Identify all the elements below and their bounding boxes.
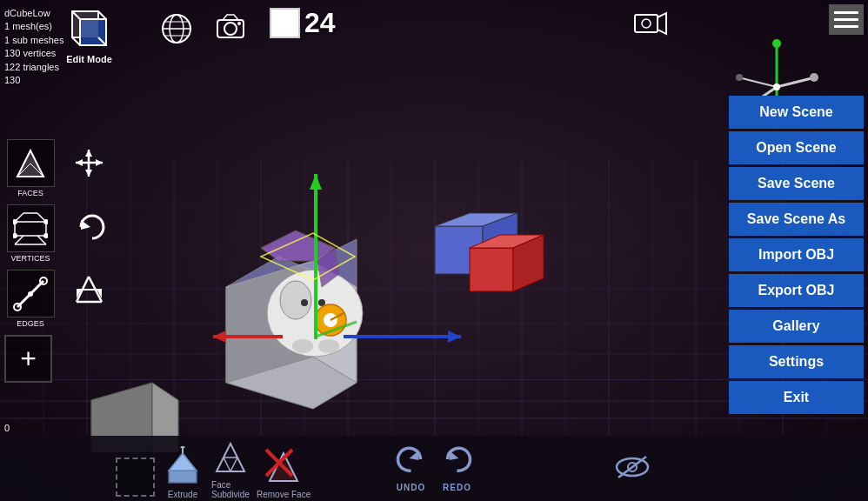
- face-subdivide-tool[interactable]: Face Subdivide: [209, 436, 252, 499]
- selection-tool[interactable]: [113, 455, 157, 499]
- remove-face-icon: [262, 445, 305, 489]
- save-scene-as-button[interactable]: Save Scene As: [729, 203, 864, 236]
- svg-point-96: [28, 291, 33, 297]
- save-scene-button[interactable]: Save Scene: [729, 167, 864, 200]
- svg-marker-49: [213, 331, 226, 343]
- face-subdivide-icon: [209, 436, 252, 479]
- svg-marker-100: [85, 170, 92, 177]
- settings-button[interactable]: Settings: [729, 345, 864, 378]
- remove-face-tool[interactable]: Remove Face: [257, 445, 310, 499]
- svg-line-112: [777, 78, 811, 87]
- svg-line-125: [224, 458, 230, 471]
- svg-point-91: [13, 233, 17, 238]
- face-subdivide-label: Face Subdivide: [211, 480, 250, 499]
- vertices-icon: [7, 204, 55, 252]
- open-scene-button[interactable]: Open Scene: [729, 131, 864, 164]
- svg-rect-119: [169, 471, 197, 483]
- camera-icon[interactable]: [216, 13, 245, 45]
- svg-point-92: [43, 233, 48, 238]
- vertex-count: 130 vertices: [4, 47, 63, 60]
- move-tool[interactable]: [74, 148, 104, 184]
- svg-rect-75: [635, 15, 658, 32]
- selection-icon: [113, 455, 157, 498]
- visibility-toggle-button[interactable]: [614, 453, 651, 488]
- triangle-count: 122 triangles: [4, 61, 63, 74]
- edit-mode-section: Edit Mode: [65, 4, 113, 64]
- hamburger-line-2: [834, 18, 858, 21]
- scale-tool[interactable]: [74, 274, 104, 311]
- svg-line-63: [72, 37, 80, 45]
- extrude-tool[interactable]: Extrude: [161, 445, 204, 499]
- remove-face-label: Remove Face: [257, 490, 310, 499]
- extrude-label: Extrude: [168, 490, 197, 499]
- svg-marker-76: [658, 13, 666, 34]
- frame-box: [270, 8, 300, 38]
- faces-icon: [7, 139, 55, 187]
- frame-counter: 24: [270, 7, 336, 39]
- svg-marker-120: [169, 453, 197, 471]
- exit-button[interactable]: Exit: [729, 381, 864, 414]
- svg-marker-131: [450, 451, 459, 460]
- svg-marker-51: [448, 331, 461, 343]
- svg-rect-82: [15, 222, 46, 236]
- undo-icon: [395, 443, 428, 483]
- redo-button[interactable]: REDO: [441, 443, 474, 492]
- undo-button[interactable]: UNDO: [395, 443, 428, 492]
- svg-point-77: [642, 19, 651, 28]
- svg-rect-43: [470, 248, 513, 291]
- right-menu: New Scene Open Scene Save Scene Save Sce…: [729, 96, 864, 414]
- vertices-tool[interactable]: VERTICES: [4, 204, 57, 263]
- undo-redo-area: UNDO REDO: [395, 443, 474, 492]
- edit-mode-cube-icon: [65, 4, 113, 52]
- edges-tool[interactable]: EDGES: [4, 270, 57, 328]
- new-scene-button[interactable]: New Scene: [729, 96, 864, 129]
- extrude-icon: [161, 445, 204, 489]
- svg-marker-102: [96, 159, 103, 166]
- svg-marker-99: [85, 150, 92, 157]
- svg-marker-103: [81, 220, 90, 230]
- add-object-button[interactable]: +: [4, 335, 52, 383]
- svg-marker-130: [410, 451, 419, 460]
- extra-count: 130: [4, 74, 63, 87]
- edges-label: EDGES: [17, 319, 44, 328]
- undo-label: UNDO: [397, 483, 425, 492]
- hamburger-line-1: [834, 11, 858, 14]
- redo-label: REDO: [443, 483, 471, 492]
- svg-point-113: [810, 73, 818, 82]
- svg-rect-65: [72, 11, 98, 37]
- svg-line-114: [742, 78, 777, 87]
- mesh-count: 1 mesh(es): [4, 20, 63, 33]
- submesh-count: 1 sub meshes: [4, 34, 63, 47]
- svg-line-62: [98, 11, 106, 19]
- svg-marker-53: [310, 174, 322, 190]
- export-obj-button[interactable]: Export OBJ: [729, 274, 864, 307]
- bottom-tools-bar: Extrude Face Subdivide Remove Face: [113, 436, 310, 499]
- svg-point-111: [772, 39, 781, 48]
- gallery-button[interactable]: Gallery: [729, 310, 864, 343]
- hamburger-menu-button[interactable]: [829, 4, 864, 35]
- vertices-label: VERTICES: [11, 254, 50, 263]
- scene-info: dCubeLow 1 mesh(es) 1 sub meshes 130 ver…: [4, 7, 63, 87]
- svg-point-115: [736, 74, 743, 81]
- svg-point-34: [318, 339, 339, 353]
- svg-point-74: [237, 22, 241, 25]
- rotate-tool[interactable]: [74, 209, 110, 253]
- hamburger-line-3: [834, 25, 858, 28]
- svg-point-118: [773, 84, 780, 90]
- svg-point-35: [301, 299, 308, 306]
- mesh-name: dCubeLow: [4, 7, 63, 20]
- scene-objects: [87, 87, 722, 452]
- faces-tool[interactable]: FACES: [4, 139, 57, 197]
- left-toolbar: FACES VERTICES: [4, 139, 57, 328]
- import-obj-button[interactable]: Import OBJ: [729, 238, 864, 271]
- faces-label: FACES: [17, 189, 43, 197]
- svg-marker-122: [180, 446, 185, 448]
- coordinate-display: 0: [4, 423, 10, 433]
- globe-icon[interactable]: [161, 13, 192, 52]
- svg-line-126: [230, 458, 237, 471]
- svg-marker-101: [76, 159, 83, 166]
- edit-mode-label: Edit Mode: [66, 54, 112, 64]
- svg-point-33: [292, 339, 313, 353]
- video-camera-icon[interactable]: [633, 10, 668, 43]
- svg-point-72: [224, 23, 237, 35]
